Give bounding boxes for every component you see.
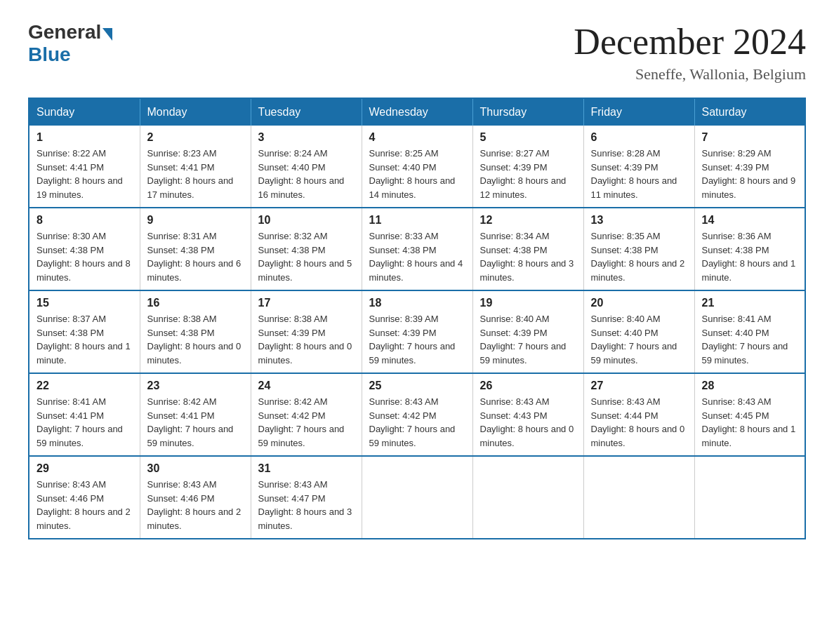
table-row: 7 Sunrise: 8:29 AM Sunset: 4:39 PM Dayli… <box>694 126 805 208</box>
page-header: General Blue December 2024 Seneffe, Wall… <box>28 21 806 83</box>
day-info: Sunrise: 8:35 AM Sunset: 4:38 PM Dayligh… <box>591 229 687 284</box>
day-info: Sunrise: 8:43 AM Sunset: 4:44 PM Dayligh… <box>591 395 687 450</box>
day-info: Sunrise: 8:37 AM Sunset: 4:38 PM Dayligh… <box>37 312 133 367</box>
day-number: 12 <box>480 214 576 227</box>
table-row: 13 Sunrise: 8:35 AM Sunset: 4:38 PM Dayl… <box>583 208 694 290</box>
day-number: 31 <box>258 462 355 475</box>
day-info: Sunrise: 8:30 AM Sunset: 4:38 PM Dayligh… <box>37 229 133 284</box>
day-info: Sunrise: 8:43 AM Sunset: 4:42 PM Dayligh… <box>369 395 465 450</box>
table-row: 5 Sunrise: 8:27 AM Sunset: 4:39 PM Dayli… <box>472 126 583 208</box>
day-number: 19 <box>480 297 576 309</box>
header-wednesday: Wednesday <box>362 98 472 126</box>
table-row <box>583 456 694 539</box>
header-thursday: Thursday <box>472 98 583 126</box>
table-row: 3 Sunrise: 8:24 AM Sunset: 4:40 PM Dayli… <box>251 126 362 208</box>
day-number: 28 <box>702 380 798 392</box>
day-info: Sunrise: 8:43 AM Sunset: 4:46 PM Dayligh… <box>147 478 244 532</box>
day-info: Sunrise: 8:29 AM Sunset: 4:39 PM Dayligh… <box>702 147 798 201</box>
table-row: 26 Sunrise: 8:43 AM Sunset: 4:43 PM Dayl… <box>472 373 583 456</box>
table-row: 30 Sunrise: 8:43 AM Sunset: 4:46 PM Dayl… <box>140 456 251 539</box>
day-number: 17 <box>258 297 355 309</box>
day-number: 18 <box>369 297 465 309</box>
day-number: 1 <box>37 131 133 144</box>
table-row: 1 Sunrise: 8:22 AM Sunset: 4:41 PM Dayli… <box>29 126 140 208</box>
table-row: 25 Sunrise: 8:43 AM Sunset: 4:42 PM Dayl… <box>362 373 472 456</box>
day-number: 8 <box>37 214 133 227</box>
table-row <box>362 456 472 539</box>
table-row: 19 Sunrise: 8:40 AM Sunset: 4:39 PM Dayl… <box>472 290 583 373</box>
day-info: Sunrise: 8:41 AM Sunset: 4:40 PM Dayligh… <box>702 312 798 367</box>
day-number: 5 <box>480 131 576 144</box>
day-info: Sunrise: 8:25 AM Sunset: 4:40 PM Dayligh… <box>369 147 465 201</box>
day-number: 13 <box>591 214 687 227</box>
table-row: 12 Sunrise: 8:34 AM Sunset: 4:38 PM Dayl… <box>472 208 583 290</box>
day-info: Sunrise: 8:34 AM Sunset: 4:38 PM Dayligh… <box>480 229 576 284</box>
day-info: Sunrise: 8:43 AM Sunset: 4:47 PM Dayligh… <box>258 478 355 532</box>
day-number: 16 <box>147 297 244 309</box>
calendar-week-1: 1 Sunrise: 8:22 AM Sunset: 4:41 PM Dayli… <box>29 126 805 208</box>
title-section: December 2024 Seneffe, Wallonia, Belgium <box>574 21 806 83</box>
table-row: 22 Sunrise: 8:41 AM Sunset: 4:41 PM Dayl… <box>29 373 140 456</box>
logo-general-text: General <box>28 21 101 43</box>
day-info: Sunrise: 8:38 AM Sunset: 4:38 PM Dayligh… <box>147 312 244 367</box>
table-row: 20 Sunrise: 8:40 AM Sunset: 4:40 PM Dayl… <box>583 290 694 373</box>
day-info: Sunrise: 8:24 AM Sunset: 4:40 PM Dayligh… <box>258 147 355 201</box>
day-info: Sunrise: 8:27 AM Sunset: 4:39 PM Dayligh… <box>480 147 576 201</box>
table-row: 31 Sunrise: 8:43 AM Sunset: 4:47 PM Dayl… <box>251 456 362 539</box>
day-number: 24 <box>258 380 355 392</box>
table-row: 27 Sunrise: 8:43 AM Sunset: 4:44 PM Dayl… <box>583 373 694 456</box>
header-saturday: Saturday <box>694 98 805 126</box>
day-number: 6 <box>591 131 687 144</box>
day-number: 11 <box>369 214 465 227</box>
table-row: 11 Sunrise: 8:33 AM Sunset: 4:38 PM Dayl… <box>362 208 472 290</box>
day-number: 26 <box>480 380 576 392</box>
day-number: 2 <box>147 131 244 144</box>
header-tuesday: Tuesday <box>251 98 362 126</box>
table-row: 9 Sunrise: 8:31 AM Sunset: 4:38 PM Dayli… <box>140 208 251 290</box>
table-row: 6 Sunrise: 8:28 AM Sunset: 4:39 PM Dayli… <box>583 126 694 208</box>
calendar-week-4: 22 Sunrise: 8:41 AM Sunset: 4:41 PM Dayl… <box>29 373 805 456</box>
day-number: 20 <box>591 297 687 309</box>
calendar-table: SundayMondayTuesdayWednesdayThursdayFrid… <box>28 98 806 539</box>
day-number: 7 <box>702 131 798 144</box>
day-number: 10 <box>258 214 355 227</box>
day-info: Sunrise: 8:40 AM Sunset: 4:39 PM Dayligh… <box>480 312 576 367</box>
table-row: 18 Sunrise: 8:39 AM Sunset: 4:39 PM Dayl… <box>362 290 472 373</box>
table-row: 29 Sunrise: 8:43 AM Sunset: 4:46 PM Dayl… <box>29 456 140 539</box>
day-info: Sunrise: 8:42 AM Sunset: 4:42 PM Dayligh… <box>258 395 355 450</box>
table-row <box>472 456 583 539</box>
day-info: Sunrise: 8:23 AM Sunset: 4:41 PM Dayligh… <box>147 147 244 201</box>
day-info: Sunrise: 8:22 AM Sunset: 4:41 PM Dayligh… <box>37 147 133 201</box>
day-number: 27 <box>591 380 687 392</box>
table-row: 24 Sunrise: 8:42 AM Sunset: 4:42 PM Dayl… <box>251 373 362 456</box>
table-row: 21 Sunrise: 8:41 AM Sunset: 4:40 PM Dayl… <box>694 290 805 373</box>
month-year-title: December 2024 <box>574 21 806 62</box>
table-row: 15 Sunrise: 8:37 AM Sunset: 4:38 PM Dayl… <box>29 290 140 373</box>
day-number: 15 <box>37 297 133 309</box>
logo: General Blue <box>28 21 112 66</box>
day-number: 14 <box>702 214 798 227</box>
table-row: 17 Sunrise: 8:38 AM Sunset: 4:39 PM Dayl… <box>251 290 362 373</box>
table-row: 10 Sunrise: 8:32 AM Sunset: 4:38 PM Dayl… <box>251 208 362 290</box>
location-subtitle: Seneffe, Wallonia, Belgium <box>574 65 806 83</box>
table-row: 14 Sunrise: 8:36 AM Sunset: 4:38 PM Dayl… <box>694 208 805 290</box>
day-info: Sunrise: 8:28 AM Sunset: 4:39 PM Dayligh… <box>591 147 687 201</box>
day-number: 29 <box>37 462 133 475</box>
day-number: 22 <box>37 380 133 392</box>
day-number: 9 <box>147 214 244 227</box>
day-info: Sunrise: 8:39 AM Sunset: 4:39 PM Dayligh… <box>369 312 465 367</box>
day-info: Sunrise: 8:41 AM Sunset: 4:41 PM Dayligh… <box>37 395 133 450</box>
day-info: Sunrise: 8:40 AM Sunset: 4:40 PM Dayligh… <box>591 312 687 367</box>
day-info: Sunrise: 8:43 AM Sunset: 4:45 PM Dayligh… <box>702 395 798 450</box>
table-row <box>694 456 805 539</box>
day-info: Sunrise: 8:43 AM Sunset: 4:43 PM Dayligh… <box>480 395 576 450</box>
day-info: Sunrise: 8:38 AM Sunset: 4:39 PM Dayligh… <box>258 312 355 367</box>
day-number: 3 <box>258 131 355 144</box>
header-sunday: Sunday <box>29 98 140 126</box>
day-info: Sunrise: 8:42 AM Sunset: 4:41 PM Dayligh… <box>147 395 244 450</box>
day-info: Sunrise: 8:31 AM Sunset: 4:38 PM Dayligh… <box>147 229 244 284</box>
table-row: 16 Sunrise: 8:38 AM Sunset: 4:38 PM Dayl… <box>140 290 251 373</box>
day-info: Sunrise: 8:43 AM Sunset: 4:46 PM Dayligh… <box>37 478 133 532</box>
day-number: 30 <box>147 462 244 475</box>
table-row: 8 Sunrise: 8:30 AM Sunset: 4:38 PM Dayli… <box>29 208 140 290</box>
